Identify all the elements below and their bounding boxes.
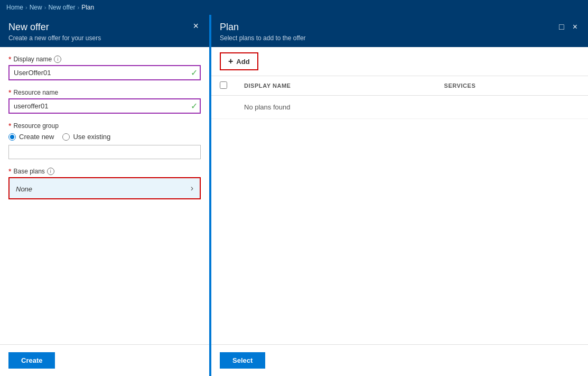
display-name-required: * bbox=[8, 56, 11, 63]
right-panel-footer: Select bbox=[211, 344, 588, 376]
resource-name-input-wrapper: ✓ bbox=[8, 98, 201, 114]
resource-name-group: * Resource name ✓ bbox=[8, 89, 201, 114]
radio-create-new-label[interactable]: Create new bbox=[8, 133, 54, 141]
left-panel: New offer Create a new offer for your us… bbox=[0, 15, 211, 376]
radio-create-new[interactable] bbox=[8, 133, 16, 141]
resource-group-label: * Resource group bbox=[8, 122, 201, 130]
right-panel-subtitle: Select plans to add to the offer bbox=[220, 34, 306, 42]
right-panel-restore-button[interactable]: □ bbox=[557, 21, 566, 33]
left-panel-header: New offer Create a new offer for your us… bbox=[0, 15, 209, 47]
breadcrumb-sep-2: › bbox=[44, 4, 46, 11]
create-button[interactable]: Create bbox=[8, 352, 55, 369]
right-panel-header: Plan Select plans to add to the offer □ … bbox=[211, 15, 588, 47]
right-panel: Plan Select plans to add to the offer □ … bbox=[211, 15, 588, 376]
add-button[interactable]: + Add bbox=[220, 52, 258, 70]
no-plans-text: No plans found bbox=[236, 96, 588, 119]
add-button-label: Add bbox=[236, 58, 249, 66]
display-name-input-wrapper: ✓ bbox=[8, 65, 201, 80]
left-panel-subtitle: Create a new offer for your users bbox=[8, 34, 101, 42]
main-container: New offer Create a new offer for your us… bbox=[0, 15, 588, 376]
resource-name-input[interactable] bbox=[8, 98, 201, 114]
right-panel-title: Plan bbox=[220, 21, 306, 33]
base-plans-required: * bbox=[8, 168, 11, 175]
breadcrumb-sep-1: › bbox=[25, 4, 27, 11]
left-panel-close-button[interactable]: × bbox=[191, 21, 201, 31]
table-header-row: DISPLAY NAME SERVICES bbox=[211, 76, 588, 96]
left-panel-body: * Display name i ✓ * Resource name ✓ bbox=[0, 47, 209, 344]
base-plans-chevron-icon: › bbox=[191, 184, 193, 193]
right-header-icons: □ × bbox=[557, 21, 580, 33]
breadcrumb-new[interactable]: New bbox=[30, 4, 42, 11]
resource-group-radio-group: Create new Use existing bbox=[8, 133, 201, 141]
no-plans-row: No plans found bbox=[211, 96, 588, 119]
display-name-checkmark: ✓ bbox=[191, 68, 198, 78]
breadcrumb: Home › New › New offer › Plan bbox=[0, 0, 588, 15]
display-name-group: * Display name i ✓ bbox=[8, 56, 201, 80]
add-icon: + bbox=[228, 57, 233, 66]
radio-use-existing[interactable] bbox=[62, 133, 70, 141]
table-select-all-col bbox=[211, 76, 236, 96]
display-name-input[interactable] bbox=[8, 65, 201, 80]
right-panel-close-button[interactable]: × bbox=[571, 21, 580, 33]
select-button[interactable]: Select bbox=[220, 352, 265, 369]
resource-group-input[interactable] bbox=[8, 145, 201, 159]
breadcrumb-new-offer[interactable]: New offer bbox=[48, 4, 75, 11]
base-plans-group: * Base plans i None › bbox=[8, 168, 201, 199]
breadcrumb-sep-3: › bbox=[78, 4, 80, 11]
display-name-label: * Display name i bbox=[8, 56, 201, 63]
radio-use-existing-label[interactable]: Use existing bbox=[62, 133, 110, 141]
base-plans-value: None bbox=[16, 185, 32, 193]
base-plans-info-icon[interactable]: i bbox=[47, 168, 54, 175]
breadcrumb-current: Plan bbox=[81, 4, 94, 11]
col-services: SERVICES bbox=[436, 76, 588, 96]
resource-group-group: * Resource group Create new Use existing bbox=[8, 122, 201, 159]
base-plans-label: * Base plans i bbox=[8, 168, 201, 175]
left-panel-footer: Create bbox=[0, 344, 209, 376]
display-name-info-icon[interactable]: i bbox=[54, 56, 61, 63]
resource-group-required: * bbox=[8, 122, 11, 130]
right-toolbar: + Add bbox=[211, 47, 588, 76]
resource-name-label: * Resource name bbox=[8, 89, 201, 96]
left-panel-title: New offer bbox=[8, 21, 101, 33]
radio-create-new-text: Create new bbox=[19, 133, 54, 141]
resource-name-checkmark: ✓ bbox=[191, 101, 198, 111]
resource-name-required: * bbox=[8, 89, 11, 96]
right-body: DISPLAY NAME SERVICES No plans found bbox=[211, 76, 588, 344]
base-plans-selector[interactable]: None › bbox=[8, 177, 201, 199]
select-all-checkbox[interactable] bbox=[220, 81, 227, 89]
radio-use-existing-text: Use existing bbox=[73, 133, 110, 141]
breadcrumb-home[interactable]: Home bbox=[6, 4, 23, 11]
plan-table: DISPLAY NAME SERVICES No plans found bbox=[211, 76, 588, 119]
col-display-name: DISPLAY NAME bbox=[236, 76, 436, 96]
